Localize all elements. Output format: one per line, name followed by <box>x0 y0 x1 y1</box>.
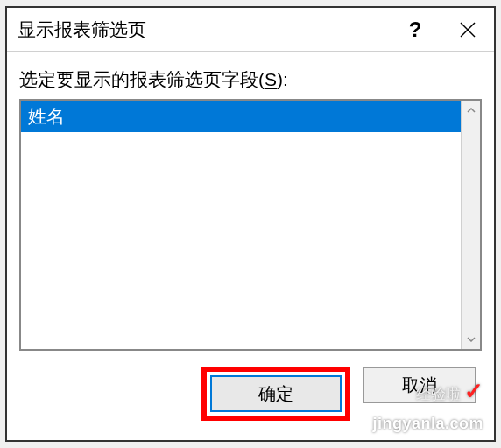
ok-button[interactable]: 确定 <box>210 375 342 412</box>
list-item[interactable]: 姓名 <box>21 101 461 132</box>
listbox-container: 姓名 <box>19 99 482 351</box>
scroll-down-button[interactable] <box>462 330 480 349</box>
filter-field-listbox[interactable]: 姓名 <box>21 101 461 349</box>
cancel-button[interactable]: 取消 <box>363 367 476 403</box>
chevron-down-icon <box>467 337 476 342</box>
ok-button-highlight: 确定 <box>201 367 350 421</box>
dialog-content: 选定要显示的报表筛选页字段(S): 姓名 <box>7 52 494 440</box>
scroll-up-button[interactable] <box>462 101 480 120</box>
chevron-up-icon <box>467 108 476 113</box>
button-row: 确定 取消 <box>19 367 482 428</box>
help-button[interactable]: ? <box>389 8 441 52</box>
close-icon <box>459 21 476 38</box>
scrollbar[interactable] <box>461 101 480 349</box>
dialog-title: 显示报表筛选页 <box>18 18 389 42</box>
filter-pages-dialog: 显示报表筛选页 ? 选定要显示的报表筛选页字段(S): 姓名 <box>5 6 496 442</box>
close-button[interactable] <box>441 8 494 52</box>
titlebar: 显示报表筛选页 ? <box>7 8 494 52</box>
field-label: 选定要显示的报表筛选页字段(S): <box>19 67 482 92</box>
